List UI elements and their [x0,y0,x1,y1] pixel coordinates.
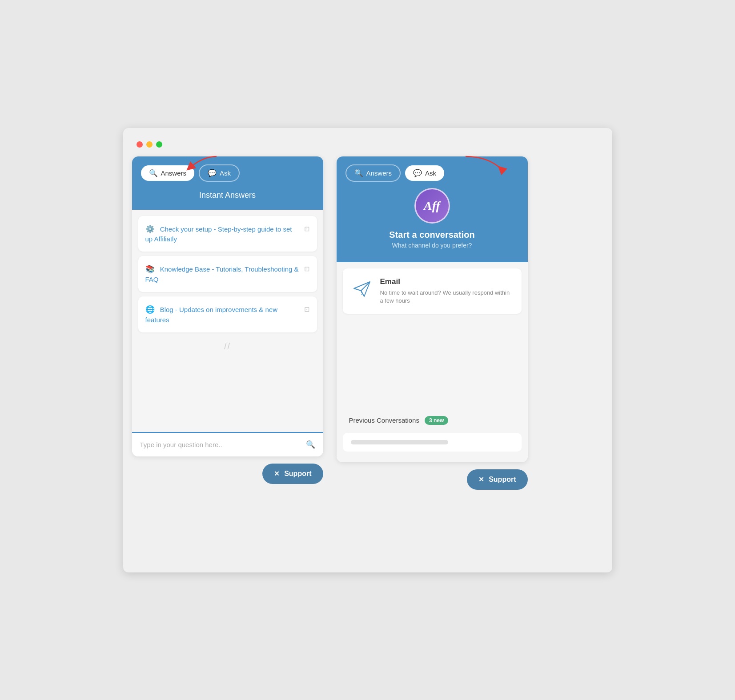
minimize-dot[interactable] [146,141,153,148]
search-icon: 🔍 [149,169,158,177]
ask-tab-label: Ask [220,169,231,177]
previous-conversations-row: Previous Conversations 3 new [343,412,522,427]
close-dot[interactable] [137,141,143,148]
conversation-subtitle: What channel do you prefer? [392,242,472,249]
panels-row: 🔍 Answers 💬 Ask Instant Answers ⚙️ [132,156,603,490]
external-link-icon-3: ⊡ [304,305,310,313]
right-body: Email No time to wait around? We usually… [337,262,528,462]
right-header: 🔍 Answers 💬 Ask Aff Start a conversation… [337,156,528,262]
right-panel-wrapper: 🔍 Answers 💬 Ask Aff Start a conversation… [337,156,528,490]
search-placeholder-text: Type in your question here.. [140,441,222,448]
instant-answers-title: Instant Answers [199,191,256,200]
left-widget-panel: 🔍 Answers 💬 Ask Instant Answers ⚙️ [132,156,323,456]
prev-conversations-label: Previous Conversations [349,416,419,424]
article-link-3: 🌐 Blog - Updates on improvements & new f… [145,304,300,324]
email-description: No time to wait around? We usually respo… [380,289,514,305]
globe-icon: 🌐 [145,305,155,314]
widget-title: Instant Answers [132,191,323,210]
article-card-3[interactable]: 🌐 Blog - Updates on improvements & new f… [138,296,317,332]
conv-line [351,440,449,444]
article-card-2[interactable]: 📚 Knowledge Base - Tutorials, Troublesho… [138,256,317,292]
right-ask-label: Ask [425,169,436,177]
email-content: Email No time to wait around? We usually… [380,277,514,305]
right-answers-label: Answers [366,169,392,177]
search-footer-icon: 🔍 [306,440,315,449]
gear-icon: ⚙️ [145,225,155,233]
left-panel-wrapper: 🔍 Answers 💬 Ask Instant Answers ⚙️ [132,156,323,484]
divider-mark: // [138,337,317,356]
right-support-label: Support [489,476,516,484]
article-text-3: Blog - Updates on improvements & new fea… [145,306,277,324]
chat-icon: 💬 [208,169,217,177]
right-search-icon: 🔍 [354,169,363,177]
article-text-1: Check your setup - Step-by-step guide to… [145,225,292,243]
paper-plane-icon [351,277,373,300]
left-support-button[interactable]: ✕ Support [262,464,323,484]
close-x-icon-right: ✕ [478,476,484,484]
external-link-icon-2: ⊡ [304,265,310,273]
right-widget-panel: 🔍 Answers 💬 Ask Aff Start a conversation… [337,156,528,462]
divider-text: // [224,341,231,351]
article-link-1: ⚙️ Check your setup - Step-by-step guide… [145,224,300,244]
articles-list: ⚙️ Check your setup - Step-by-step guide… [132,210,323,432]
conversation-placeholder[interactable] [343,433,522,452]
maximize-dot[interactable] [156,141,162,148]
right-tabs-row: 🔍 Answers 💬 Ask [345,164,519,182]
left-support-label: Support [284,470,311,478]
right-answers-tab[interactable]: 🔍 Answers [345,164,401,182]
left-ask-tab[interactable]: 💬 Ask [199,164,240,182]
left-answers-tab[interactable]: 🔍 Answers [141,165,195,181]
left-header: 🔍 Answers 💬 Ask [132,156,323,191]
book-icon: 📚 [145,265,155,273]
right-support-button[interactable]: ✕ Support [467,469,527,490]
avatar-text: Aff [424,199,440,213]
titlebar [132,137,603,156]
article-card-1[interactable]: ⚙️ Check your setup - Step-by-step guide… [138,216,317,252]
article-text-2: Knowledge Base - Tutorials, Troubleshoot… [145,265,299,283]
conversation-title: Start a conversation [389,230,474,240]
browser-window: 🔍 Answers 💬 Ask Instant Answers ⚙️ [123,128,612,572]
search-footer: Type in your question here.. 🔍 [132,432,323,456]
answers-tab-label: Answers [161,169,187,177]
external-link-icon-1: ⊡ [304,225,310,233]
avatar: Aff [414,188,450,224]
close-x-icon-left: ✕ [274,470,280,478]
right-ask-tab[interactable]: 💬 Ask [405,165,444,181]
email-card[interactable]: Email No time to wait around? We usually… [343,268,522,314]
right-chat-icon: 💬 [413,169,422,177]
new-badge: 3 new [425,416,448,425]
email-title: Email [380,277,514,286]
article-link-2: 📚 Knowledge Base - Tutorials, Troublesho… [145,264,300,284]
